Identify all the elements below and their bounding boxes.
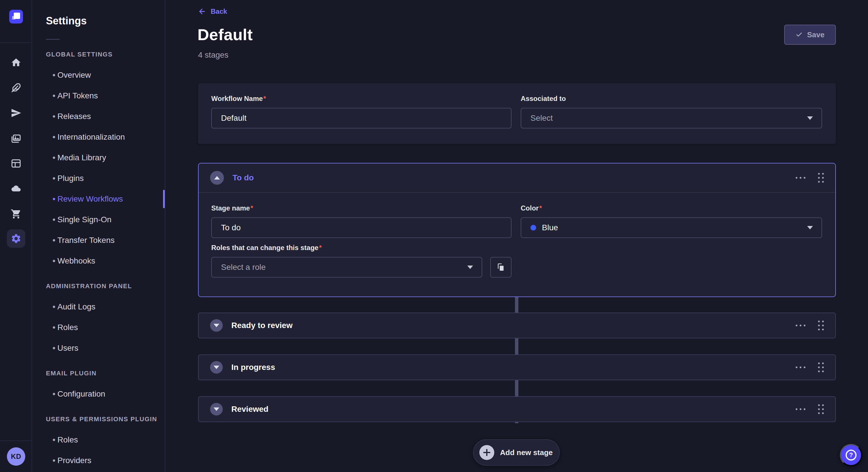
sidebar-item-overview[interactable]: Overview (32, 65, 165, 86)
rail-footer: KD (0, 440, 32, 472)
page-title: Default (197, 25, 253, 44)
section-heading-global-settings: GLOBAL SETTINGS (46, 49, 165, 60)
feather-icon[interactable] (10, 82, 22, 94)
stage-title: To do (232, 173, 254, 182)
expand-toggle-button[interactable] (210, 319, 223, 332)
stage-options-menu-icon[interactable] (796, 367, 805, 368)
workflow-name-label: Workflow Name* (211, 95, 512, 103)
help-button[interactable]: ? (840, 444, 862, 466)
logo-box (0, 0, 32, 43)
required-mark: * (319, 244, 321, 251)
chevron-down-icon (214, 366, 219, 369)
sidebar-item-plugins[interactable]: Plugins (32, 168, 165, 189)
chevron-down-icon (214, 407, 219, 411)
sidebar-item-webhooks[interactable]: Webhooks (32, 250, 165, 271)
stage-options-menu-icon[interactable] (796, 325, 805, 326)
sidebar-item-internationalization[interactable]: Internationalization (32, 127, 165, 147)
plus-icon (479, 445, 494, 460)
chevron-down-icon (807, 116, 813, 120)
stage-name-label: Stage name* (211, 204, 512, 212)
paper-plane-icon[interactable] (10, 107, 22, 119)
sidebar-item-audit-logs[interactable]: Audit Logs (32, 297, 165, 317)
workflow-meta-panel: Workflow Name* Default Associated to Sel… (198, 83, 836, 144)
roles-select[interactable]: Select a role (211, 257, 482, 278)
section-heading-administration-panel: ADMINISTRATION PANEL (46, 280, 165, 292)
strapi-logo-icon[interactable] (9, 10, 23, 24)
drag-handle-icon[interactable] (818, 321, 824, 330)
stage-name-input[interactable]: To do (211, 217, 512, 238)
settings-subnav: Settings GLOBAL SETTINGS Overview API To… (32, 0, 165, 472)
back-link[interactable]: Back (198, 7, 227, 15)
chevron-down-icon (467, 266, 473, 269)
sidebar-item-transfer-tokens[interactable]: Transfer Tokens (32, 230, 165, 250)
chevron-up-icon (214, 176, 220, 179)
sidebar-item-email-configuration[interactable]: Configuration (32, 384, 165, 404)
add-new-stage-button[interactable]: Add new stage (473, 439, 560, 466)
collapse-toggle-button[interactable] (210, 171, 224, 185)
stage-title: Ready to review (231, 321, 292, 330)
drag-handle-icon[interactable] (818, 173, 824, 183)
home-icon[interactable] (10, 57, 22, 68)
layout-icon[interactable] (10, 158, 22, 169)
copy-icon (496, 263, 505, 272)
stage-card-to-do: To do Stage name* To do Color* Blue (198, 163, 836, 297)
workflow-name-input[interactable]: Default (211, 108, 512, 129)
stage-row-ready-to-review: Ready to review (198, 312, 836, 338)
section-heading-users-permissions-plugin: USERS & PERMISSIONS PLUGIN (46, 413, 165, 425)
chevron-down-icon (807, 226, 813, 229)
chevron-down-icon (214, 324, 219, 327)
sidebar-item-api-tokens[interactable]: API Tokens (32, 86, 165, 106)
stage-options-menu-icon[interactable] (796, 177, 805, 179)
associated-to-label: Associated to (521, 95, 822, 103)
save-button[interactable]: Save (784, 25, 836, 45)
sidebar-item-admin-users[interactable]: Users (32, 338, 165, 359)
subnav-divider (46, 39, 60, 40)
stage-options-menu-icon[interactable] (796, 408, 805, 410)
drag-handle-icon[interactable] (818, 404, 824, 414)
avatar[interactable]: KD (7, 447, 25, 466)
back-label: Back (211, 7, 227, 15)
sidebar-item-review-workflows[interactable]: Review Workflows (32, 189, 165, 209)
cloud-icon[interactable] (10, 183, 22, 194)
required-mark: * (251, 204, 253, 212)
subnav-title: Settings (46, 15, 165, 27)
required-mark: * (539, 204, 542, 212)
stage-row-reviewed: Reviewed (198, 396, 836, 422)
sidebar-item-single-sign-on[interactable]: Single Sign-On (32, 209, 165, 230)
media-library-icon[interactable] (10, 133, 22, 144)
expand-toggle-button[interactable] (210, 403, 223, 415)
stage-row-in-progress: In progress (198, 355, 836, 380)
page-subtitle: 4 stages (198, 50, 228, 60)
sidebar-item-up-roles[interactable]: Roles (32, 430, 165, 450)
main-nav-rail: KD (0, 0, 32, 472)
check-icon (796, 31, 803, 38)
question-mark-icon: ? (846, 450, 857, 461)
section-heading-email-plugin: EMAIL PLUGIN (46, 368, 165, 379)
arrow-left-icon (198, 7, 206, 15)
sidebar-item-releases[interactable]: Releases (32, 106, 165, 127)
cart-icon[interactable] (10, 208, 22, 220)
settings-gear-icon[interactable] (7, 229, 25, 248)
stage-title: Reviewed (231, 405, 268, 414)
associated-to-select[interactable]: Select (521, 108, 822, 129)
settings-page: KD Settings GLOBAL SETTINGS Overview API… (0, 0, 868, 472)
required-mark: * (264, 95, 266, 102)
blue-color-dot-icon (530, 225, 536, 231)
duplicate-stage-button[interactable] (490, 257, 512, 278)
drag-handle-icon[interactable] (818, 363, 824, 372)
color-select[interactable]: Blue (521, 217, 822, 238)
sidebar-item-up-providers[interactable]: Providers (32, 450, 165, 471)
roles-label: Roles that can change this stage* (211, 244, 823, 252)
stage-title: In progress (231, 363, 275, 372)
expand-toggle-button[interactable] (210, 361, 223, 374)
sidebar-item-admin-roles[interactable]: Roles (32, 317, 165, 338)
color-label: Color* (521, 204, 822, 212)
sidebar-item-media-library[interactable]: Media Library (32, 147, 165, 168)
